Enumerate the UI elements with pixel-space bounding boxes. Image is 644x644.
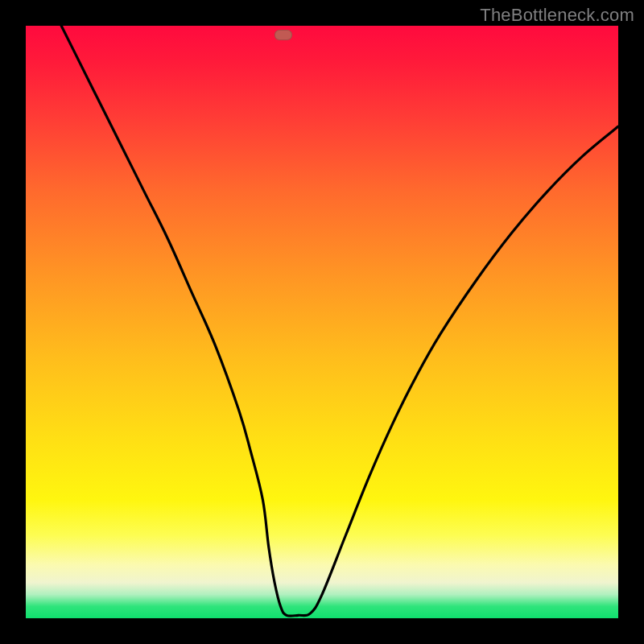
chart-frame: TheBottleneck.com [0, 0, 644, 644]
watermark-text: TheBottleneck.com [480, 5, 634, 26]
optimal-marker [275, 30, 292, 40]
bottleneck-curve [26, 26, 618, 618]
plot-area [26, 26, 618, 618]
